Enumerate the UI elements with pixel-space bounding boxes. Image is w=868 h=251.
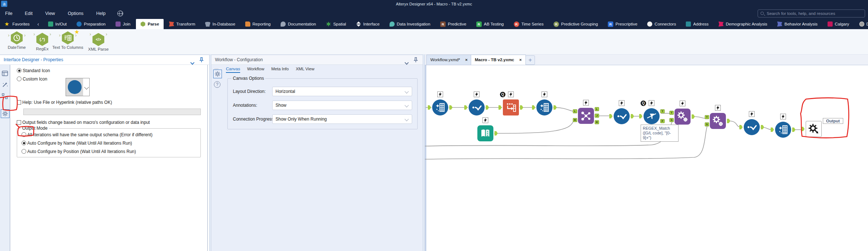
- menu-view[interactable]: View: [43, 8, 57, 19]
- menu-help[interactable]: Help: [94, 8, 108, 19]
- output-fields-checkbox[interactable]: Output fields change based on macro's co…: [17, 120, 150, 125]
- tool-annotation[interactable]: REGEX_Match ([G/L code], "[0-9]+"): [641, 125, 679, 142]
- menu-options[interactable]: Options: [66, 8, 86, 19]
- ribbon-category-prescriptive[interactable]: RPrescriptive: [603, 19, 642, 29]
- input-anchor[interactable]: [428, 105, 431, 110]
- input-anchor[interactable]: [609, 114, 613, 118]
- ribbon-category-interface[interactable]: Interface: [352, 19, 384, 29]
- node-data-cleansing[interactable]: [432, 99, 448, 115]
- search-input[interactable]: Search for tools, help, and resources: [758, 9, 865, 17]
- output-anchor[interactable]: [761, 125, 764, 129]
- tab-meta-info[interactable]: Meta Info: [271, 67, 289, 72]
- output-anchor-J[interactable]: J: [595, 114, 599, 118]
- close-icon[interactable]: ×: [519, 58, 522, 62]
- ribbon-category-documentation[interactable]: Documentation: [276, 19, 320, 29]
- node-data-cleansing[interactable]: [536, 99, 552, 115]
- ribbon-category-transform[interactable]: Transform: [165, 19, 200, 29]
- ribbon-category-favorites[interactable]: ★Favorites: [0, 19, 34, 29]
- output-anchor[interactable]: [692, 114, 695, 119]
- properties-gear-icon[interactable]: [1, 109, 9, 118]
- node-filter[interactable]: Q T F: [644, 108, 660, 124]
- node-unique[interactable]: [469, 99, 485, 115]
- chevron-down-icon[interactable]: [84, 85, 89, 90]
- input-anchor[interactable]: [532, 105, 535, 110]
- node-batch-macro[interactable]: T S: [710, 113, 726, 129]
- document-tab-macro[interactable]: Macro - TB v2.yxmc×: [471, 55, 526, 65]
- menu-edit[interactable]: Edit: [23, 8, 35, 19]
- input-anchor[interactable]: [464, 105, 468, 110]
- node-unique[interactable]: [744, 119, 760, 135]
- input-anchor-T[interactable]: T: [669, 111, 674, 115]
- workflow-canvas[interactable]: Q L: [425, 65, 868, 251]
- node-find-replace[interactable]: [477, 125, 493, 141]
- ribbon-category-predictive[interactable]: RPredictive: [436, 19, 471, 29]
- ribbon-category-behavior-analysis[interactable]: Behavior Analysis: [773, 19, 822, 29]
- input-anchor[interactable]: [771, 128, 774, 132]
- ribbon-category-ab-testing[interactable]: RAB Testing: [472, 19, 508, 29]
- palette-tool-text-to-columns[interactable]: ›★› Text To Columns: [52, 31, 84, 50]
- connection-progress-select[interactable]: Show Only When Running: [272, 114, 412, 124]
- new-tab-button[interactable]: +: [525, 55, 535, 65]
- collapse-chevron-icon[interactable]: [191, 58, 197, 63]
- output-anchor[interactable]: [494, 131, 498, 136]
- layout-direction-select[interactable]: Horizontal: [272, 87, 412, 96]
- node-data-cleansing[interactable]: [775, 122, 791, 138]
- input-anchor[interactable]: [801, 127, 805, 131]
- node-join[interactable]: L R L J R: [578, 108, 594, 124]
- help-question-icon[interactable]: ?: [214, 81, 220, 88]
- node-arrange[interactable]: Q: [503, 99, 519, 115]
- ribbon-category-data-investigation[interactable]: Data Investigation: [385, 19, 435, 29]
- output-mode-option-2[interactable]: Auto Configure by Name (Wait Until All I…: [21, 141, 132, 146]
- custom-icon-radio[interactable]: Custom Icon: [17, 77, 47, 82]
- tab-canvas[interactable]: Canvas: [226, 67, 240, 73]
- icon-preview[interactable]: [66, 78, 90, 96]
- input-anchor-R[interactable]: R: [573, 118, 577, 122]
- pin-icon[interactable]: [413, 57, 419, 63]
- ribbon-category-connectors[interactable]: Connectors: [643, 19, 680, 29]
- ribbon-category-spatial[interactable]: Spatial: [321, 19, 350, 29]
- output-anchor[interactable]: [727, 119, 730, 123]
- input-anchor-S[interactable]: S: [705, 122, 709, 126]
- tab-xml-view[interactable]: XML View: [296, 67, 314, 72]
- wizard-wand-icon[interactable]: [2, 82, 8, 88]
- ribbon-scroll-left[interactable]: ‹: [35, 19, 43, 29]
- input-anchor-S[interactable]: S: [669, 118, 674, 122]
- ribbon-category-calgary[interactable]: Calgary: [823, 19, 854, 29]
- output-anchor-F[interactable]: F: [660, 119, 665, 123]
- document-tab-workflow[interactable]: Workflow.yxmd*×: [426, 55, 472, 65]
- node-batch-macro[interactable]: T S: [675, 109, 691, 125]
- ribbon-category-reporting[interactable]: Reporting: [241, 19, 275, 29]
- standard-icon-radio[interactable]: Standard Icon: [17, 68, 50, 73]
- output-mode-option-1[interactable]: All Iterations will have the same output…: [21, 132, 153, 137]
- output-anchor[interactable]: [631, 114, 634, 118]
- palette-tool-xml-parse[interactable]: ›</>› XML Parse: [82, 31, 114, 52]
- ribbon-category-time-series[interactable]: RTime Series: [509, 19, 548, 29]
- ribbon-category-preparation[interactable]: Preparation: [72, 19, 110, 29]
- input-anchor[interactable]: [739, 125, 743, 129]
- ribbon-category-inout[interactable]: In/Out: [44, 19, 71, 29]
- collapse-chevron-icon[interactable]: [405, 58, 411, 63]
- input-anchor[interactable]: [498, 105, 502, 110]
- input-anchor-L[interactable]: L: [573, 109, 577, 113]
- tab-workflow[interactable]: Workflow: [247, 67, 264, 72]
- menu-file[interactable]: File: [3, 8, 15, 19]
- ribbon-category-demographic-analysis[interactable]: Demographic Analysis: [714, 19, 772, 29]
- input-anchor[interactable]: [639, 114, 642, 118]
- output-anchor[interactable]: [449, 105, 453, 110]
- layout-icon[interactable]: [2, 71, 8, 77]
- help-checkbox[interactable]: Help: Use File or Hyperlink (relative pa…: [17, 100, 112, 105]
- output-anchor-T[interactable]: T: [660, 109, 665, 113]
- tree-view-icon[interactable]: [2, 93, 8, 100]
- output-anchor-R[interactable]: R: [595, 120, 599, 124]
- close-icon[interactable]: ×: [465, 58, 468, 62]
- ribbon-category-join[interactable]: Join: [111, 19, 135, 29]
- globe-icon[interactable]: [117, 11, 123, 16]
- ribbon-category-developer[interactable]: Developer: [855, 19, 868, 29]
- ribbon-category-predictive-grouping[interactable]: RPredictive Grouping: [549, 19, 602, 29]
- output-anchor[interactable]: [486, 105, 489, 110]
- node-unique[interactable]: [614, 108, 630, 124]
- ribbon-category-address[interactable]: Address: [681, 19, 713, 29]
- ribbon-category-parse[interactable]: Parse: [136, 19, 163, 29]
- annotations-select[interactable]: Show: [272, 101, 412, 110]
- configuration-gear-icon[interactable]: [213, 70, 222, 78]
